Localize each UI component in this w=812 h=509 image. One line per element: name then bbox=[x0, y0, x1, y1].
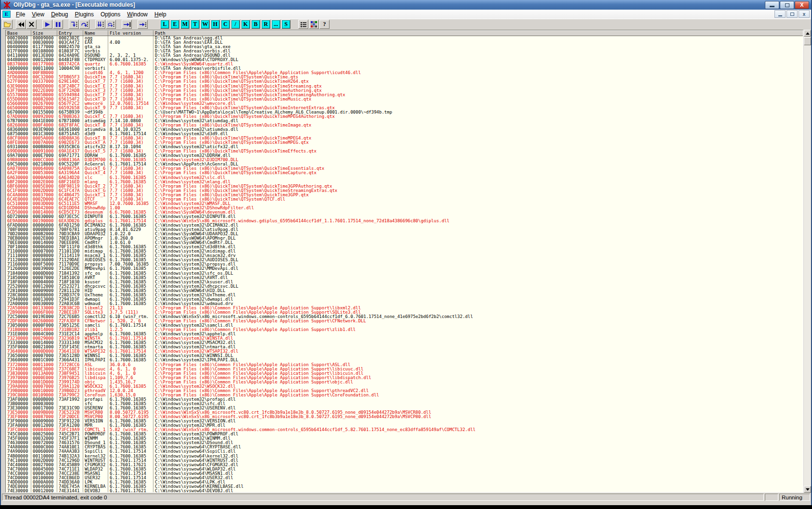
cell-name: DEVOBJ bbox=[83, 489, 108, 492]
cell-path: C:\Windows\system32\WINMM.dll bbox=[153, 436, 803, 441]
executable-modules-table: BaseSizeEntryNameFile versionPath 000200… bbox=[5, 30, 803, 493]
table-row[interactable]: 0B370000001770000B3742CAquartz6.6.7600.1… bbox=[6, 62, 803, 66]
cell-path: C:\Windows\system32\AUDIOSES.DLL bbox=[153, 258, 803, 262]
execute-till-return-button[interactable] bbox=[122, 20, 132, 29]
scroll-down-button[interactable] bbox=[804, 486, 811, 493]
table-row[interactable]: 003B000000030000003CA472EAX4.00D:\GTA Sa… bbox=[6, 40, 803, 45]
window-button-R[interactable]: R bbox=[261, 20, 270, 29]
title-bar[interactable]: OllyDbg - gta_sa.exe - [Executable modul… bbox=[1, 0, 811, 10]
column-header-path[interactable]: Path bbox=[153, 30, 803, 36]
column-header-entry[interactable]: Entry bbox=[57, 30, 83, 36]
cell-path: D:\GTA San Andreas\EAX.DLL bbox=[153, 40, 803, 45]
menu-view[interactable]: View bbox=[28, 10, 48, 19]
close-button[interactable]: X bbox=[795, 1, 809, 9]
column-header-base[interactable]: Base bbox=[6, 30, 31, 36]
window-button-S[interactable]: S bbox=[281, 20, 291, 29]
cell-path: C:\Windows\system32\WINNSI.DLL bbox=[153, 354, 803, 358]
table-row[interactable]: 74E300000001200074E31441DEVOBJ6.1.7601.1… bbox=[6, 489, 803, 492]
cell-path: C:\Windows\SysWOW64\CmdRtr.DLL bbox=[153, 241, 803, 245]
cell-version: 4.00 bbox=[108, 40, 153, 45]
window-button-E[interactable]: E bbox=[170, 20, 179, 29]
mdi-restore-button[interactable] bbox=[787, 10, 798, 18]
close-button[interactable] bbox=[26, 20, 37, 29]
animate-into-button[interactable] bbox=[95, 20, 105, 29]
column-header-version[interactable]: File version bbox=[108, 30, 153, 36]
windows-list-button[interactable] bbox=[298, 20, 308, 29]
help-button[interactable]: ? bbox=[319, 20, 330, 29]
cell-path: C:\Windows\system32\ntmarta.dll bbox=[153, 345, 803, 349]
animate-over-button[interactable] bbox=[106, 20, 116, 29]
table-row[interactable]: 66500000000D200066592658QuickT_97.7 (168… bbox=[6, 106, 803, 110]
cell-path: C:\Windows\system32\midimap.dll bbox=[153, 249, 803, 254]
table-row[interactable]: 730500000000F0007305125Esamcli6.1.7601.1… bbox=[6, 323, 803, 328]
window-button-L[interactable]: L bbox=[160, 20, 169, 29]
mdi-close-button[interactable]: x bbox=[799, 10, 810, 18]
column-header-name[interactable]: Name bbox=[83, 30, 108, 36]
cell-path: C:\Windows\system32\UxTheme.dll bbox=[153, 293, 803, 297]
step-into-icon bbox=[70, 21, 78, 27]
mdi-minimize-button[interactable] bbox=[774, 10, 786, 18]
table-row[interactable]: 72A000000003000072A03C6Bwdmaud6.1.7600.1… bbox=[6, 302, 803, 306]
cell-path: C:\Windows\system32\D3DIM700.DLL bbox=[153, 158, 803, 162]
cell-path: C:\Windows\WinSxS\x86_microsoft.vc80.crt… bbox=[153, 415, 803, 419]
restart-button[interactable] bbox=[16, 20, 26, 29]
menu-debug[interactable]: Debug bbox=[48, 10, 71, 19]
appearance-button[interactable] bbox=[309, 20, 319, 29]
maximize-button[interactable] bbox=[780, 1, 794, 9]
cell-version bbox=[108, 45, 153, 49]
window-button-B[interactable]: B bbox=[251, 20, 260, 29]
cell-entry: 73AF1992 bbox=[57, 397, 83, 402]
cell-path: C:\Windows\system32\WINSTA.dll bbox=[153, 336, 803, 341]
cell-path: C:\Windows\syswow64\CRYPTBASE.dll bbox=[153, 445, 803, 449]
scroll-up-button[interactable] bbox=[804, 30, 811, 37]
window-button-K[interactable]: K bbox=[241, 20, 250, 29]
arrow-down-icon bbox=[806, 488, 810, 491]
cell-path: C:\Program Files (x86)\Common Files\Appl… bbox=[153, 393, 803, 397]
toolbar: LEMTWHC/KBR...S? bbox=[1, 19, 811, 29]
table-row[interactable]: 00020000000090000002302EoggD:\GTA San An… bbox=[6, 36, 803, 40]
pause-button[interactable] bbox=[53, 20, 63, 29]
table-row[interactable]: 004000000117700000824570gta_saD:\GTA San… bbox=[6, 45, 803, 49]
run-icon bbox=[45, 22, 51, 27]
window-button-W[interactable]: W bbox=[201, 20, 210, 29]
column-header-size[interactable]: Size bbox=[31, 30, 57, 36]
minimize-button[interactable] bbox=[765, 1, 779, 9]
cell-path: C:\Windows\system32\propsys.dll bbox=[153, 262, 803, 267]
window-button-H[interactable]: H bbox=[211, 20, 220, 29]
executable-modules-window-icon[interactable]: E bbox=[2, 11, 11, 18]
window-button-T[interactable]: T bbox=[190, 20, 200, 29]
scrollbar-thumb[interactable] bbox=[804, 37, 811, 45]
cell-path: C:\Windows\system32\WTSAPI32.dll bbox=[153, 349, 803, 354]
menu-window[interactable]: Window bbox=[124, 10, 151, 19]
cell-path: C:\Windows\syswow64\SspiCli.dll bbox=[153, 449, 803, 454]
window-button-C[interactable]: C bbox=[221, 20, 230, 29]
table-header: BaseSizeEntryNameFile versionPath bbox=[6, 30, 803, 36]
status-bar: Thread 00002DA4 terminated, exit code 0 … bbox=[1, 493, 811, 501]
table-row[interactable]: 6C5100000003D0006C5111E5WMASF12.0.7600.1… bbox=[6, 202, 803, 206]
vertical-scrollbar[interactable] bbox=[804, 30, 811, 493]
cell-path: C:\Windows\WinSxS\x86_microsoft.windows.… bbox=[153, 219, 803, 223]
cell-path: C:\Windows\system32\DDRAW.dll bbox=[153, 153, 803, 158]
open-button[interactable] bbox=[2, 20, 13, 29]
cell-path: C:\Windows\syswow64\USER32.dll bbox=[153, 476, 803, 480]
window-button-dots[interactable]: ... bbox=[271, 20, 280, 29]
cell-path: C:\Windows\system32\apphelp.dll bbox=[153, 332, 803, 336]
cell-entry: 10004C98 bbox=[57, 66, 83, 71]
cell-path: C:\Windows\syswow64\DEVOBJ.dll bbox=[153, 489, 803, 492]
cell-path: C:\Windows\syswow64\WLDAP32.dll bbox=[153, 467, 803, 471]
menu-plugins[interactable]: Plugins bbox=[72, 10, 97, 19]
cell-path: C:\Windows\system32\MSACM32.dll bbox=[153, 341, 803, 345]
cell-entry: 74E31441 bbox=[57, 489, 83, 492]
menu-options[interactable]: Options bbox=[97, 10, 124, 19]
screen: OllyDbg - gta_sa.exe - [Executable modul… bbox=[0, 0, 812, 509]
cell-path: C:\Windows\SysWOW64\CTDPROXY.DLL bbox=[153, 58, 803, 62]
step-over-button[interactable] bbox=[79, 20, 89, 29]
window-button-patches[interactable]: / bbox=[231, 20, 240, 29]
cell-path: C:\Windows\SysWOW64\HID.DLL bbox=[153, 289, 803, 293]
step-into-button[interactable] bbox=[69, 20, 79, 29]
window-button-M[interactable]: M bbox=[180, 20, 190, 29]
menu-help[interactable]: Help bbox=[151, 10, 170, 19]
go-to-button[interactable] bbox=[138, 20, 148, 29]
menu-file[interactable]: File bbox=[13, 10, 28, 19]
run-button[interactable] bbox=[42, 20, 52, 29]
